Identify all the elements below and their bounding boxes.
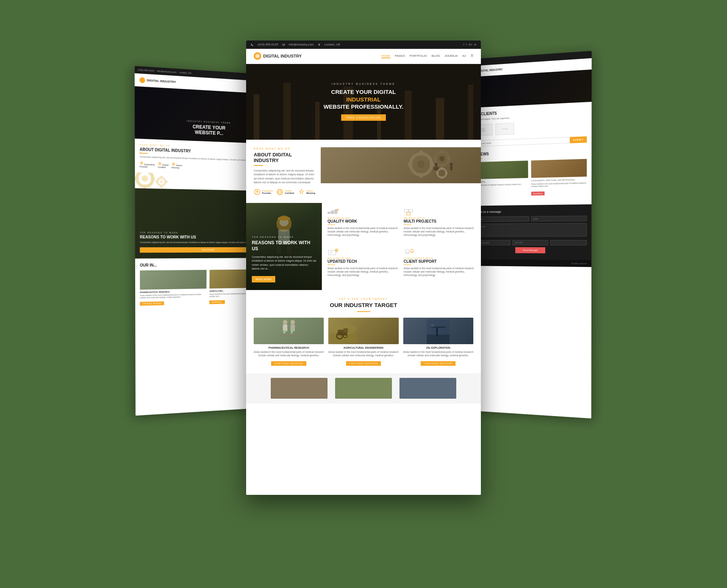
updated-tech-icon <box>328 249 339 256</box>
main-about-title: ABOUT DIGITAL INDUSTRY <box>254 152 315 163</box>
left-trophy-icon <box>140 161 144 165</box>
reason4-divider <box>404 265 411 265</box>
main-reasons-eyebrow: TOP REASONS TO WORK <box>252 236 316 238</box>
nav-pages[interactable]: PAGES <box>395 54 405 58</box>
right-contact-name-input[interactable] <box>476 216 529 221</box>
left-stat-1: ExpandingProvider <box>140 161 154 168</box>
left-pharma-text: Areas tackled in the most fundamental pa… <box>140 293 207 299</box>
svg-rect-75 <box>283 330 285 334</box>
pharma-title: PHARMACEUTICAL RESEARCH <box>254 346 324 349</box>
topbar-phone: (415) 555-0125 <box>257 43 278 46</box>
oil-visual <box>403 318 473 344</box>
gear-small-left-icon <box>155 175 168 189</box>
svg-point-0 <box>140 161 143 165</box>
main-hero-content: INDUSTRY BUSINESS THEME CREATE YOUR DIGI… <box>323 83 403 121</box>
nav-home[interactable]: HOME <box>381 54 390 58</box>
svg-rect-61 <box>407 212 410 215</box>
left-hero-title-line2: WEBSITE P... <box>193 129 226 136</box>
right-contact-message-input[interactable] <box>476 223 587 236</box>
main-social-icons: f t G+ in <box>463 43 476 46</box>
pharma-cta-button[interactable]: CONTINUE READING <box>271 361 306 366</box>
main-reasons-section: TOP REASONS TO WORK REASONS TO WORK WITH… <box>246 203 481 290</box>
reason2-divider <box>404 225 411 225</box>
bottom-image-2 <box>335 378 392 399</box>
tower-2 <box>283 83 291 140</box>
main-about-stats: Expanding Provider Global Certified <box>254 189 315 195</box>
googleplus-icon: G+ <box>469 43 473 46</box>
right-news-text-1: ...amental parts of medical research inc… <box>475 182 528 186</box>
oil-text: Areas tackled in the most fundamental pa… <box>403 350 473 357</box>
reason4-title: CLIENT SUPPORT <box>404 259 475 264</box>
right-contact-field3[interactable] <box>550 240 587 245</box>
right-email-input[interactable] <box>474 137 570 147</box>
expanding-icon <box>254 189 261 195</box>
main-about-eyebrow: READ WHAT WE DO <box>254 147 315 150</box>
email-topbar-icon <box>282 43 285 46</box>
svg-rect-26 <box>420 173 423 178</box>
phone-icon <box>251 43 254 46</box>
right-logo-2: Industry <box>495 122 514 135</box>
right-contact-select-row <box>476 240 587 245</box>
reason2-text: Areas tackled in the most fundamental pa… <box>404 226 475 237</box>
agri-image <box>328 318 398 344</box>
main-hero-cta-button[interactable]: FREE CONSULTATION <box>341 114 386 121</box>
svg-rect-85 <box>436 327 438 337</box>
main-about-section: READ WHAT WE DO ABOUT DIGITAL INDUSTRY C… <box>246 140 481 203</box>
svg-rect-83 <box>427 335 449 344</box>
right-contact-form: Send Message <box>476 215 587 253</box>
nav-joomla[interactable]: JOOMLA! <box>445 54 458 58</box>
svg-rect-14 <box>165 180 168 182</box>
svg-point-10 <box>160 180 163 183</box>
right-submit-button[interactable]: SUBMIT <box>570 136 587 143</box>
nav-portfolio[interactable]: PORTFOLIO <box>410 54 427 58</box>
reason3-divider <box>328 265 335 265</box>
main-nav-links[interactable]: HOME PAGES PORTFOLIO BLOG JOOMLA! K2 ☰ <box>381 54 473 58</box>
left-pharma-btn[interactable]: CONTINUE READING <box>140 301 164 305</box>
right-contact-field1[interactable] <box>476 240 510 245</box>
main-about-left: READ WHAT WE DO ABOUT DIGITAL INDUSTRY C… <box>254 147 315 195</box>
svg-rect-57 <box>334 209 337 214</box>
right-news-image-2 <box>531 159 587 178</box>
location-icon <box>318 43 321 46</box>
left-phone: (415) 555-0125 <box>138 69 154 72</box>
right-send-message-button[interactable]: Send Message <box>515 247 545 253</box>
nav-blog[interactable]: BLOG <box>432 54 440 58</box>
main-reasons-title: REASONS TO WORK WITH US <box>252 240 316 252</box>
main-bottom-section <box>246 373 481 404</box>
left-stat-3: AwardWinning <box>172 162 182 168</box>
left-stat-2: GlobalCertified <box>158 161 168 168</box>
svg-rect-35 <box>447 158 451 160</box>
svg-rect-7 <box>135 177 139 179</box>
svg-rect-76 <box>291 329 293 334</box>
quality-work-icon <box>328 209 339 215</box>
agri-cta-button[interactable]: CONTINUE READING <box>346 361 381 366</box>
right-contact-email-input[interactable] <box>531 215 587 221</box>
reason1-text: Areas tackled in the most fundamental pa… <box>328 226 399 237</box>
svg-rect-34 <box>433 158 437 160</box>
right-contact-field2[interactable] <box>512 240 548 245</box>
left-agri-btn[interactable]: CONTINUE... <box>209 300 225 304</box>
left-brand-name: DIGITAL INDUSTRY <box>147 78 176 84</box>
right-contact-name-row <box>476 215 587 221</box>
right-news-readmore-button[interactable]: Read More <box>531 191 544 195</box>
svg-rect-40 <box>436 172 438 174</box>
svg-point-37 <box>440 171 444 175</box>
nav-k2[interactable]: K2 <box>462 54 466 58</box>
main-hero-title: CREATE YOUR DIGITAL INDUSTRIAL WEBSITE P… <box>323 88 403 111</box>
svg-rect-54 <box>278 218 290 220</box>
agri-visual <box>328 318 398 344</box>
tower-3 <box>315 102 320 140</box>
right-email-form[interactable]: SUBMIT <box>474 136 587 146</box>
svg-rect-62 <box>328 250 336 255</box>
main-navbar: DIGITAL INDUSTRY HOME PAGES PORTFOLIO BL… <box>246 49 481 64</box>
left-email: info@industry.com <box>157 70 177 73</box>
nav-menu[interactable]: ☰ <box>471 54 473 58</box>
multi-projects-icon <box>404 209 415 215</box>
left-industry-item-1: PHARMACEUTICAL RESEARCH Areas tackled in… <box>140 270 206 306</box>
svg-rect-55 <box>328 212 331 214</box>
award-icon <box>298 189 305 195</box>
main-reasons-cta-button[interactable]: READ MORE <box>252 276 275 282</box>
gears-svg <box>398 147 463 183</box>
oil-cta-button[interactable]: CONTINUE READING <box>421 361 456 366</box>
tractor-scene-icon <box>330 321 357 342</box>
